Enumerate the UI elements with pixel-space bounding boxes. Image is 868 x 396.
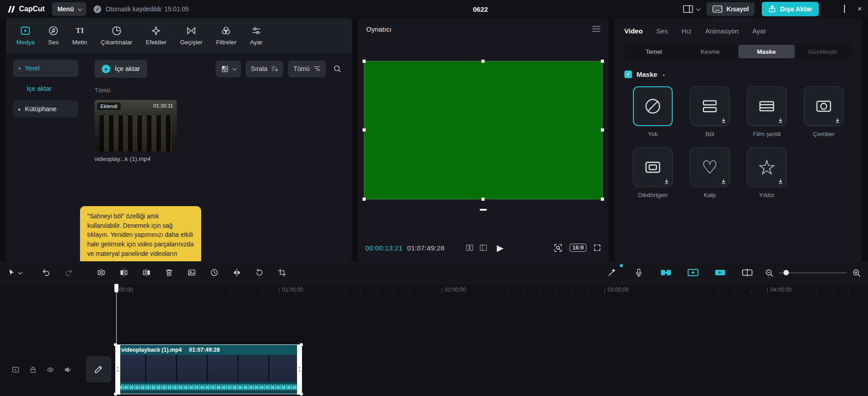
- mask-option-bol[interactable]: Böl: [681, 86, 738, 137]
- tab-metin[interactable]: TI Metin: [66, 26, 94, 46]
- tab-cikartmalar[interactable]: Çıkartmalar: [94, 26, 139, 46]
- resize-handle[interactable]: [601, 128, 604, 132]
- resize-handle[interactable]: [363, 198, 366, 201]
- player-title: Oynatıcı: [366, 25, 392, 33]
- sort-button[interactable]: Sırala: [245, 61, 284, 77]
- download-icon: [778, 118, 783, 123]
- resize-handle[interactable]: [481, 198, 485, 201]
- mirror-button[interactable]: [227, 265, 246, 280]
- timeline-clip[interactable]: videoplayback (1).mp4 01:07:49:28: [115, 344, 302, 394]
- speaker-icon[interactable]: [64, 366, 72, 373]
- mask-option-cember[interactable]: Çember: [795, 86, 852, 137]
- zoom-out-icon[interactable]: [765, 269, 774, 277]
- rotate-handle[interactable]: [480, 209, 487, 211]
- autosave-check-icon: ✓: [94, 5, 101, 13]
- resize-handle[interactable]: [363, 60, 366, 63]
- sidebar-item-kutuphane[interactable]: ▸ Kütüphane: [13, 100, 78, 118]
- eye-icon[interactable]: [47, 366, 54, 373]
- tab-medya[interactable]: Medya: [9, 26, 42, 46]
- resize-handle[interactable]: [601, 60, 604, 63]
- playhead[interactable]: [114, 284, 118, 396]
- filter-button[interactable]: Tümü: [288, 61, 326, 77]
- preview-quality-icon[interactable]: [553, 243, 563, 253]
- export-button[interactable]: Dışa Aktar: [762, 2, 818, 16]
- player-menu-icon[interactable]: [592, 26, 600, 32]
- added-badge: Eklendi: [97, 103, 121, 110]
- maximize-button[interactable]: [844, 5, 845, 13]
- close-button[interactable]: ×: [858, 5, 862, 13]
- aspect-ratio-button[interactable]: 16:9: [570, 244, 586, 252]
- mask-option-yildiz[interactable]: ☆ Yıldız: [738, 147, 795, 198]
- sidebar-item-ice-aktar[interactable]: İçe aktar: [13, 80, 78, 97]
- plus-icon: +: [102, 65, 110, 73]
- trim-handle-right[interactable]: [297, 344, 302, 395]
- timeline-ruler[interactable]: 00:00 01:00:00 02:00:00 03:00:00 04:00:0…: [0, 284, 868, 296]
- delete-right-button[interactable]: [137, 265, 156, 280]
- tab-filtreler[interactable]: Filtreler: [209, 26, 243, 46]
- crop-button[interactable]: [273, 265, 292, 280]
- zoom-slider-handle[interactable]: [783, 270, 789, 275]
- resize-handle[interactable]: [601, 198, 604, 201]
- tab-efektler[interactable]: Efektler: [139, 26, 174, 46]
- split-view-toggle-button[interactable]: [738, 265, 757, 280]
- voiceover-button[interactable]: [629, 265, 648, 280]
- subtab-kesme[interactable]: Kesme: [682, 45, 739, 58]
- media-item-thumbnail[interactable]: Eklendi 01:30:11: [94, 100, 177, 151]
- subtab-guzellestir[interactable]: Güzelleştir: [795, 45, 851, 58]
- playhead-handle[interactable]: [114, 284, 118, 292]
- sidebar-item-yerel[interactable]: ▾ Yerel: [13, 60, 78, 77]
- magic-tools-button[interactable]: [602, 265, 621, 280]
- auto-ripple-toggle-button[interactable]: [711, 265, 730, 280]
- fullscreen-icon[interactable]: [593, 244, 601, 252]
- tab-ses[interactable]: Ses: [42, 26, 66, 46]
- rotate-button[interactable]: [250, 265, 269, 280]
- mask-section-title: Maske: [637, 71, 657, 78]
- mask-option-film-seridi[interactable]: Film şeridi: [738, 86, 795, 137]
- tab-ses-props[interactable]: Ses: [656, 27, 668, 35]
- draft-edit-button[interactable]: [86, 356, 111, 382]
- undo-button[interactable]: [37, 265, 56, 280]
- reverse-button[interactable]: [205, 265, 224, 280]
- layout-switch-button[interactable]: [683, 5, 699, 13]
- track-cover-icon[interactable]: [12, 366, 19, 373]
- media-item-card[interactable]: Eklendi 01:30:11 videoplay...k (1).mp4: [94, 100, 177, 162]
- snap-toggle-button[interactable]: [656, 265, 675, 280]
- video-preview[interactable]: [364, 61, 603, 199]
- timeline[interactable]: 00:00 01:00:00 02:00:00 03:00:00 04:00:0…: [0, 284, 868, 396]
- redo-button[interactable]: [59, 265, 78, 280]
- view-mode-button[interactable]: [216, 61, 241, 77]
- select-tool-button[interactable]: [7, 269, 21, 277]
- clip-name: videoplayback (1).mp4: [121, 347, 182, 353]
- import-media-button[interactable]: + İçe aktar: [94, 60, 147, 78]
- frame-view-icon-2[interactable]: [480, 245, 487, 251]
- resize-handle[interactable]: [481, 60, 485, 63]
- frame-view-icon[interactable]: [466, 245, 473, 251]
- tab-animasyon[interactable]: Animasyon: [705, 27, 739, 35]
- timeline-zoom-slider[interactable]: [779, 272, 847, 273]
- mask-option-dikdortgen[interactable]: Dikdörtgen: [624, 147, 681, 198]
- delete-button[interactable]: [160, 265, 179, 280]
- collapse-icon[interactable]: ▴: [663, 72, 665, 77]
- play-button[interactable]: ▶: [497, 243, 504, 253]
- delete-left-button[interactable]: [114, 265, 133, 280]
- preview-axis-toggle-button[interactable]: [684, 265, 703, 280]
- tab-ayar[interactable]: Ayar: [243, 26, 269, 46]
- lock-icon[interactable]: [29, 366, 37, 373]
- tab-video[interactable]: Video: [624, 27, 643, 35]
- tab-gecisler[interactable]: Geçişler: [173, 26, 209, 46]
- resize-handle[interactable]: [363, 128, 366, 132]
- zoom-in-icon[interactable]: [852, 269, 861, 277]
- split-button[interactable]: [92, 265, 111, 280]
- tab-ayar-props[interactable]: Ayar: [752, 27, 766, 35]
- shortcut-button[interactable]: Kısayol: [707, 2, 755, 16]
- tab-hiz[interactable]: Hız: [681, 27, 692, 35]
- subtab-maske[interactable]: Maske: [738, 45, 795, 58]
- mask-checkbox[interactable]: ✓: [624, 71, 632, 78]
- subtab-temel[interactable]: Temel: [626, 45, 682, 58]
- triangle-right-icon: ▸: [19, 107, 21, 112]
- menu-button[interactable]: Menü: [52, 2, 87, 16]
- mask-option-yok[interactable]: Yok: [624, 86, 681, 137]
- mask-option-kalp[interactable]: ♡ Kalp: [681, 147, 738, 198]
- search-button[interactable]: [330, 61, 344, 77]
- freeze-frame-button[interactable]: [182, 265, 201, 280]
